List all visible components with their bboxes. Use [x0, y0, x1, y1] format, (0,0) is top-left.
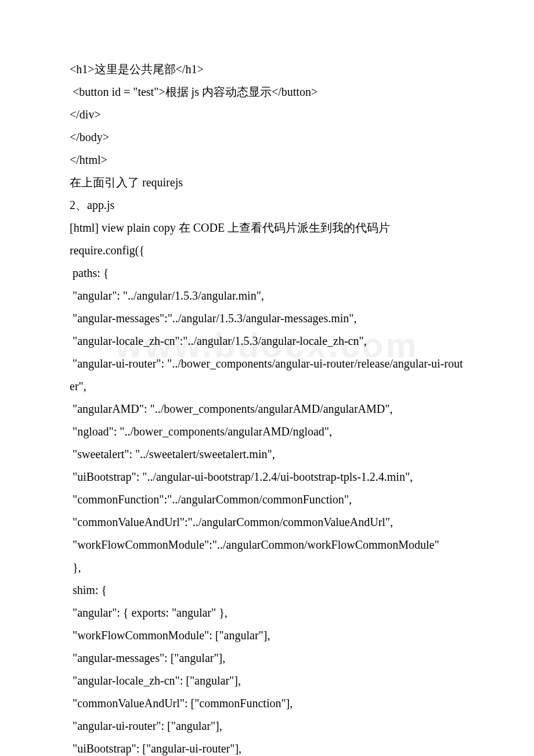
- code-line: "commonValueAndUrl":"../angularCommon/co…: [70, 511, 464, 534]
- code-line: </body>: [70, 126, 464, 149]
- code-line: "workFlowCommonModule": ["angular"],: [70, 624, 464, 647]
- code-line: "workFlowCommonModule":"../angularCommon…: [70, 534, 464, 556]
- code-line: <button id = "test">根据 js 内容动态显示</button…: [70, 81, 464, 103]
- code-line: 在上面引入了 requirejs: [70, 171, 464, 194]
- code-line: [html] view plain copy 在 CODE 上查看代码片派生到我…: [70, 217, 464, 239]
- code-line: "angular": "../angular/1.5.3/angular.min…: [70, 285, 464, 307]
- code-line: "angular-locale_zh-cn": ["angular"],: [70, 669, 464, 692]
- document-content: <h1>这里是公共尾部</h1> <button id = "test">根据 …: [70, 58, 464, 756]
- code-line: "angular-ui-router": ["angular"],: [70, 715, 464, 737]
- code-line: "commonValueAndUrl": ["commonFunction"],: [70, 692, 464, 715]
- code-line: paths: {: [70, 262, 464, 285]
- code-line: "angular-messages":"../angular/1.5.3/ang…: [70, 307, 464, 330]
- code-line: </div>: [70, 103, 464, 126]
- code-line: "commonFunction":"../angularCommon/commo…: [70, 488, 464, 511]
- code-line: "angular-ui-router": "../bower_component…: [70, 352, 464, 398]
- code-line: "uiBootstrap": ["angular-ui-router"],: [70, 737, 464, 756]
- code-line: "angular-messages": ["angular"],: [70, 647, 464, 669]
- code-line: shim: {: [70, 579, 464, 602]
- code-line: <h1>这里是公共尾部</h1>: [70, 58, 464, 81]
- code-line: 2、app.js: [70, 194, 464, 217]
- code-line: "sweetalert": "../sweetalert/sweetalert.…: [70, 443, 464, 466]
- code-line: "ngload": "../bower_components/angularAM…: [70, 420, 464, 443]
- code-line: "angularAMD": "../bower_components/angul…: [70, 398, 464, 420]
- code-line: </html>: [70, 149, 464, 171]
- code-line: },: [70, 556, 464, 579]
- code-line: require.config({: [70, 239, 464, 262]
- code-line: "angular-locale_zh-cn":"../angular/1.5.3…: [70, 330, 464, 352]
- code-line: "uiBootstrap": "../angular-ui-bootstrap/…: [70, 466, 464, 488]
- code-line: "angular": { exports: "angular" },: [70, 602, 464, 624]
